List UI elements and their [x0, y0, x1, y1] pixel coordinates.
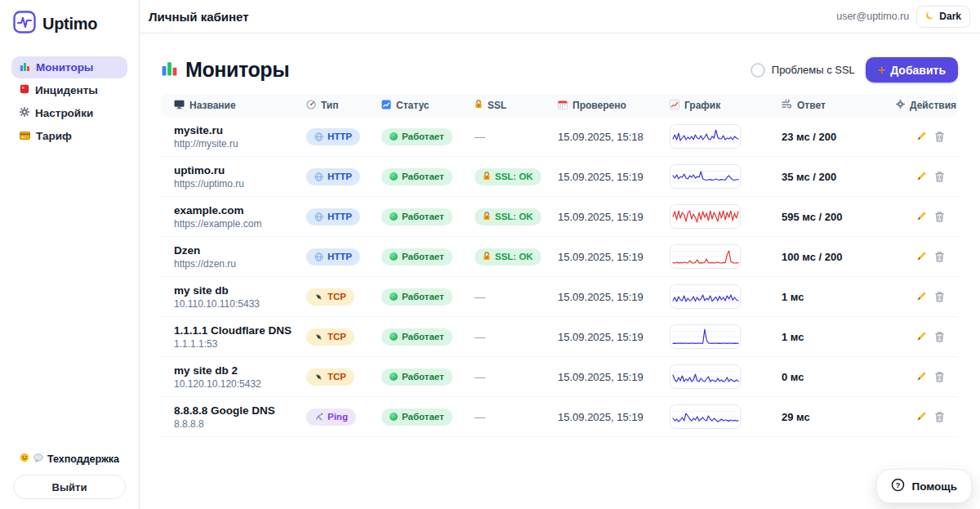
- edit-button[interactable]: [915, 171, 927, 182]
- monitor-url: 1.1.1.1:53: [174, 338, 306, 350]
- column-header-actions: Действия: [896, 100, 969, 111]
- monitor-name: Dzen: [174, 244, 306, 257]
- main-area: Личный кабинет user@uptimo.ru Dark: [140, 0, 980, 509]
- delete-button[interactable]: [934, 251, 945, 262]
- monitor-url: https://example.com: [174, 218, 306, 230]
- column-header-response: Ответ: [782, 100, 896, 111]
- status-badge: Работает: [381, 409, 452, 426]
- app-title: Uptimo: [42, 15, 97, 33]
- type-badge: HTTP: [306, 168, 360, 185]
- table-body: mysite.ru http://mysite.ru: [161, 117, 958, 437]
- delete-button[interactable]: [934, 331, 945, 342]
- ssl-label: SSL: OK: [495, 252, 533, 261]
- svg-text:?: ?: [896, 480, 901, 489]
- sidebar-item-incidents[interactable]: Инциденты: [11, 79, 127, 101]
- ssl-cell: —: [474, 369, 558, 384]
- monitor-name: 1.1.1.1 Cloudflare DNS: [174, 324, 306, 337]
- plug-icon: [314, 333, 323, 342]
- sidebar: Uptimo Мониторы: [0, 0, 140, 509]
- sparkline-thumbnail: [670, 364, 741, 389]
- content: Мониторы Проблемы с SSL + Добавить: [140, 33, 980, 437]
- ssl-badge: SSL: OK: [474, 208, 541, 225]
- help-button[interactable]: ? Помощь: [876, 469, 972, 503]
- edit-button[interactable]: [915, 211, 927, 222]
- type-label: TCP: [327, 332, 346, 342]
- ssl-empty-dash: —: [474, 371, 485, 383]
- ssl-empty-dash: —: [474, 331, 485, 343]
- monitor-name: mysite.ru: [174, 124, 306, 136]
- edit-button[interactable]: [915, 251, 927, 262]
- edit-button[interactable]: [915, 411, 927, 422]
- type-badge: Ping: [306, 409, 356, 426]
- globe-icon: [314, 252, 323, 261]
- delete-button[interactable]: [934, 131, 945, 142]
- green-dot-icon: [390, 212, 398, 221]
- monitors-table: Название Тип: [161, 94, 958, 437]
- response-value: 29 мс: [782, 411, 896, 423]
- green-dot-icon: [390, 132, 398, 141]
- ssl-problems-filter[interactable]: Проблемы с SSL: [751, 63, 855, 78]
- ssl-badge: SSL: OK: [474, 168, 541, 185]
- response-value: 100 мс / 200: [782, 251, 896, 263]
- status-badge: Работает: [381, 168, 452, 185]
- column-header-status: Статус: [381, 100, 474, 112]
- status-chart-icon: [381, 100, 391, 112]
- page-breadcrumb: Личный кабинет: [149, 10, 249, 24]
- add-monitor-button[interactable]: + Добавить: [866, 57, 958, 83]
- sidebar-item-monitors[interactable]: Мониторы: [11, 56, 127, 78]
- monitor-name: my site db: [174, 284, 306, 297]
- credit-card-icon: [20, 130, 30, 142]
- status-label: Работает: [402, 132, 444, 141]
- column-header-graph: График: [670, 100, 782, 112]
- type-label: TCP: [327, 372, 346, 382]
- theme-toggle-button[interactable]: Dark: [916, 6, 970, 28]
- delete-button[interactable]: [934, 371, 945, 382]
- calendar-icon: [558, 100, 568, 112]
- checked-at: 15.09.2025, 15:19: [558, 291, 670, 303]
- lock-icon: [474, 100, 483, 111]
- delete-button[interactable]: [934, 211, 945, 222]
- delete-button[interactable]: [934, 171, 945, 182]
- green-dot-icon: [390, 172, 398, 181]
- table-row: Dzen https://dzen.ru: [161, 237, 958, 277]
- type-label: HTTP: [327, 252, 352, 261]
- support-face-icon: [20, 453, 29, 465]
- monitor-name: uptimo.ru: [174, 164, 306, 176]
- sidebar-item-settings[interactable]: Настройки: [11, 102, 127, 124]
- monitor-url: 10.120.10.120:5432: [174, 378, 306, 390]
- type-badge: HTTP: [306, 248, 360, 266]
- sidebar-item-label: Мониторы: [36, 61, 93, 74]
- edit-button[interactable]: [915, 291, 927, 302]
- response-value: 595 мс / 200: [782, 211, 896, 223]
- page-title-text: Мониторы: [185, 58, 289, 82]
- satellite-icon: [314, 413, 323, 422]
- logout-button[interactable]: Выйти: [13, 475, 126, 499]
- question-icon: ?: [891, 478, 905, 494]
- status-badge: Работает: [381, 328, 452, 346]
- type-badge: TCP: [306, 328, 354, 346]
- type-badge: HTTP: [306, 128, 360, 145]
- ssl-empty-dash: —: [474, 411, 485, 423]
- sidebar-item-tariff[interactable]: Тариф: [11, 125, 127, 147]
- globe-icon: [314, 132, 323, 141]
- checked-at: 15.09.2025, 15:19: [558, 171, 670, 183]
- support-link[interactable]: Техподдержка: [0, 453, 139, 465]
- logo-icon: [13, 11, 36, 37]
- bar-chart-icon: [161, 58, 178, 82]
- delete-button[interactable]: [934, 291, 945, 302]
- type-badge: TCP: [306, 368, 354, 386]
- add-button-label: Добавить: [890, 64, 946, 77]
- ssl-cell: SSL: OK: [474, 248, 558, 266]
- status-badge: Работает: [381, 288, 452, 306]
- edit-button[interactable]: [915, 331, 927, 342]
- status-badge: Работает: [381, 208, 452, 225]
- delete-button[interactable]: [934, 411, 945, 422]
- checked-at: 15.09.2025, 15:19: [558, 251, 670, 263]
- ssl-filter-radio[interactable]: [751, 63, 765, 78]
- monitor-url: https://uptimo.ru: [174, 178, 306, 190]
- monitor-url: 10.110.10.110:5433: [174, 298, 306, 310]
- edit-button[interactable]: [915, 371, 927, 382]
- type-badge: HTTP: [306, 208, 360, 225]
- ssl-cell: SSL: OK: [474, 208, 558, 225]
- edit-button[interactable]: [915, 131, 927, 142]
